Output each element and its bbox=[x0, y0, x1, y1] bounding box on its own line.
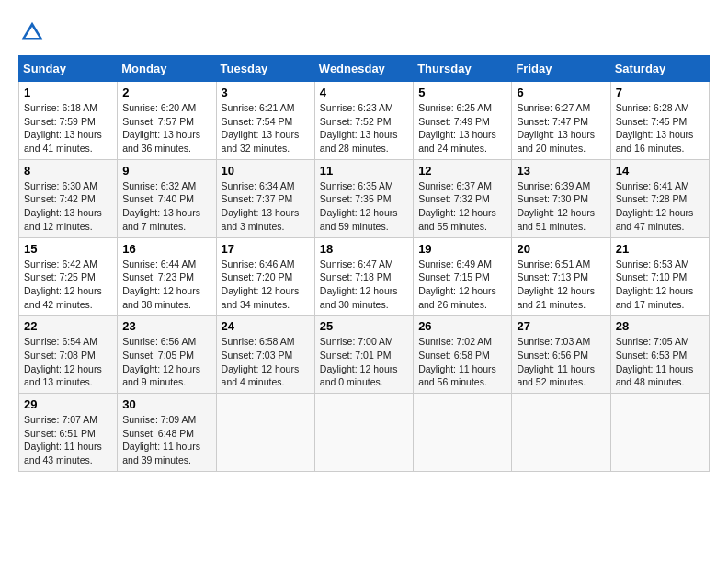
day-number: 3 bbox=[222, 86, 310, 99]
calendar-day-cell: 30Sunrise: 7:09 AM Sunset: 6:48 PM Dayli… bbox=[118, 394, 216, 472]
empty-cell bbox=[610, 394, 709, 472]
day-info: Sunrise: 7:07 AM Sunset: 6:51 PM Dayligh… bbox=[24, 413, 112, 467]
calendar-table: SundayMondayTuesdayWednesdayThursdayFrid… bbox=[18, 55, 710, 472]
calendar-day-cell: 18Sunrise: 6:47 AM Sunset: 7:18 PM Dayli… bbox=[314, 237, 413, 316]
calendar-week-row: 8Sunrise: 6:30 AM Sunset: 7:42 PM Daylig… bbox=[19, 159, 710, 237]
calendar-day-cell: 29Sunrise: 7:07 AM Sunset: 6:51 PM Dayli… bbox=[19, 394, 118, 472]
calendar-week-row: 22Sunrise: 6:54 AM Sunset: 7:08 PM Dayli… bbox=[19, 316, 710, 394]
calendar-day-cell: 10Sunrise: 6:34 AM Sunset: 7:37 PM Dayli… bbox=[216, 159, 314, 237]
day-number: 8 bbox=[24, 164, 112, 178]
calendar-day-cell: 13Sunrise: 6:39 AM Sunset: 7:30 PM Dayli… bbox=[512, 159, 610, 237]
day-info: Sunrise: 6:35 AM Sunset: 7:35 PM Dayligh… bbox=[320, 179, 408, 234]
day-number: 16 bbox=[122, 242, 210, 256]
day-of-week-header: Monday bbox=[118, 56, 216, 82]
day-of-week-header: Sunday bbox=[19, 56, 118, 82]
day-of-week-header: Wednesday bbox=[314, 56, 413, 82]
day-number: 4 bbox=[320, 86, 408, 99]
day-number: 5 bbox=[418, 86, 506, 99]
day-number: 25 bbox=[320, 319, 408, 333]
day-of-week-header: Friday bbox=[512, 56, 610, 82]
day-info: Sunrise: 6:18 AM Sunset: 7:59 PM Dayligh… bbox=[24, 101, 112, 155]
calendar-week-row: 29Sunrise: 7:07 AM Sunset: 6:51 PM Dayli… bbox=[19, 394, 710, 472]
calendar-day-cell: 28Sunrise: 7:05 AM Sunset: 6:53 PM Dayli… bbox=[610, 316, 709, 394]
day-of-week-header: Tuesday bbox=[216, 56, 314, 82]
calendar-day-cell: 2Sunrise: 6:20 AM Sunset: 7:57 PM Daylig… bbox=[118, 82, 216, 160]
day-number: 13 bbox=[517, 164, 605, 178]
calendar-day-cell: 19Sunrise: 6:49 AM Sunset: 7:15 PM Dayli… bbox=[414, 237, 512, 316]
calendar-day-cell: 12Sunrise: 6:37 AM Sunset: 7:32 PM Dayli… bbox=[414, 159, 512, 237]
page-header bbox=[18, 18, 710, 46]
day-info: Sunrise: 6:51 AM Sunset: 7:13 PM Dayligh… bbox=[517, 258, 605, 312]
day-number: 9 bbox=[122, 164, 210, 178]
day-number: 17 bbox=[222, 242, 310, 256]
day-info: Sunrise: 6:58 AM Sunset: 7:03 PM Dayligh… bbox=[222, 335, 310, 389]
day-number: 29 bbox=[24, 397, 112, 411]
calendar-day-cell: 7Sunrise: 6:28 AM Sunset: 7:45 PM Daylig… bbox=[610, 82, 709, 160]
day-number: 6 bbox=[517, 86, 605, 99]
calendar-week-row: 15Sunrise: 6:42 AM Sunset: 7:25 PM Dayli… bbox=[19, 237, 710, 316]
day-info: Sunrise: 6:21 AM Sunset: 7:54 PM Dayligh… bbox=[222, 101, 310, 155]
day-info: Sunrise: 6:32 AM Sunset: 7:40 PM Dayligh… bbox=[122, 179, 210, 234]
day-number: 23 bbox=[122, 319, 210, 333]
day-info: Sunrise: 6:27 AM Sunset: 7:47 PM Dayligh… bbox=[517, 101, 605, 155]
calendar-day-cell: 3Sunrise: 6:21 AM Sunset: 7:54 PM Daylig… bbox=[216, 82, 314, 160]
day-info: Sunrise: 6:28 AM Sunset: 7:45 PM Dayligh… bbox=[616, 101, 704, 155]
day-info: Sunrise: 6:49 AM Sunset: 7:15 PM Dayligh… bbox=[418, 258, 506, 312]
day-info: Sunrise: 7:03 AM Sunset: 6:56 PM Dayligh… bbox=[517, 335, 605, 389]
day-number: 1 bbox=[24, 86, 112, 99]
day-info: Sunrise: 6:53 AM Sunset: 7:10 PM Dayligh… bbox=[616, 258, 704, 312]
calendar-day-cell: 21Sunrise: 6:53 AM Sunset: 7:10 PM Dayli… bbox=[610, 237, 709, 316]
calendar-week-row: 1Sunrise: 6:18 AM Sunset: 7:59 PM Daylig… bbox=[19, 82, 710, 160]
day-info: Sunrise: 6:44 AM Sunset: 7:23 PM Dayligh… bbox=[122, 258, 210, 312]
day-of-week-header: Saturday bbox=[610, 56, 709, 82]
day-info: Sunrise: 6:46 AM Sunset: 7:20 PM Dayligh… bbox=[222, 258, 310, 312]
calendar-day-cell: 15Sunrise: 6:42 AM Sunset: 7:25 PM Dayli… bbox=[19, 237, 118, 316]
calendar-day-cell: 22Sunrise: 6:54 AM Sunset: 7:08 PM Dayli… bbox=[19, 316, 118, 394]
calendar-day-cell: 17Sunrise: 6:46 AM Sunset: 7:20 PM Dayli… bbox=[216, 237, 314, 316]
day-number: 28 bbox=[616, 319, 704, 333]
day-number: 19 bbox=[418, 242, 506, 256]
calendar-day-cell: 16Sunrise: 6:44 AM Sunset: 7:23 PM Dayli… bbox=[118, 237, 216, 316]
empty-cell bbox=[314, 394, 413, 472]
day-number: 30 bbox=[122, 397, 210, 411]
day-info: Sunrise: 7:00 AM Sunset: 7:01 PM Dayligh… bbox=[320, 335, 408, 389]
day-number: 10 bbox=[222, 164, 310, 178]
empty-cell bbox=[512, 394, 610, 472]
calendar-day-cell: 14Sunrise: 6:41 AM Sunset: 7:28 PM Dayli… bbox=[610, 159, 709, 237]
calendar-header-row: SundayMondayTuesdayWednesdayThursdayFrid… bbox=[19, 56, 710, 82]
calendar-day-cell: 23Sunrise: 6:56 AM Sunset: 7:05 PM Dayli… bbox=[118, 316, 216, 394]
day-of-week-header: Thursday bbox=[414, 56, 512, 82]
day-number: 21 bbox=[616, 242, 704, 256]
day-info: Sunrise: 7:09 AM Sunset: 6:48 PM Dayligh… bbox=[122, 413, 210, 467]
day-number: 26 bbox=[418, 319, 506, 333]
day-number: 22 bbox=[24, 319, 112, 333]
calendar-day-cell: 26Sunrise: 7:02 AM Sunset: 6:58 PM Dayli… bbox=[414, 316, 512, 394]
calendar-day-cell: 24Sunrise: 6:58 AM Sunset: 7:03 PM Dayli… bbox=[216, 316, 314, 394]
logo-icon bbox=[18, 18, 46, 46]
day-info: Sunrise: 6:39 AM Sunset: 7:30 PM Dayligh… bbox=[517, 179, 605, 234]
day-info: Sunrise: 6:42 AM Sunset: 7:25 PM Dayligh… bbox=[24, 258, 112, 312]
day-info: Sunrise: 7:05 AM Sunset: 6:53 PM Dayligh… bbox=[616, 335, 704, 389]
day-info: Sunrise: 6:23 AM Sunset: 7:52 PM Dayligh… bbox=[320, 101, 408, 155]
day-info: Sunrise: 6:54 AM Sunset: 7:08 PM Dayligh… bbox=[24, 335, 112, 389]
day-number: 27 bbox=[517, 319, 605, 333]
day-number: 24 bbox=[222, 319, 310, 333]
day-number: 14 bbox=[616, 164, 704, 178]
logo bbox=[18, 18, 50, 46]
day-info: Sunrise: 6:56 AM Sunset: 7:05 PM Dayligh… bbox=[122, 335, 210, 389]
day-number: 18 bbox=[320, 242, 408, 256]
calendar-day-cell: 8Sunrise: 6:30 AM Sunset: 7:42 PM Daylig… bbox=[19, 159, 118, 237]
day-number: 11 bbox=[320, 164, 408, 178]
day-number: 2 bbox=[122, 86, 210, 99]
day-info: Sunrise: 6:41 AM Sunset: 7:28 PM Dayligh… bbox=[616, 179, 704, 234]
day-info: Sunrise: 6:20 AM Sunset: 7:57 PM Dayligh… bbox=[122, 101, 210, 155]
day-info: Sunrise: 6:37 AM Sunset: 7:32 PM Dayligh… bbox=[418, 179, 506, 234]
empty-cell bbox=[216, 394, 314, 472]
day-number: 7 bbox=[616, 86, 704, 99]
calendar-day-cell: 4Sunrise: 6:23 AM Sunset: 7:52 PM Daylig… bbox=[314, 82, 413, 160]
day-number: 12 bbox=[418, 164, 506, 178]
calendar-day-cell: 27Sunrise: 7:03 AM Sunset: 6:56 PM Dayli… bbox=[512, 316, 610, 394]
calendar-day-cell: 6Sunrise: 6:27 AM Sunset: 7:47 PM Daylig… bbox=[512, 82, 610, 160]
day-info: Sunrise: 7:02 AM Sunset: 6:58 PM Dayligh… bbox=[418, 335, 506, 389]
day-info: Sunrise: 6:25 AM Sunset: 7:49 PM Dayligh… bbox=[418, 101, 506, 155]
